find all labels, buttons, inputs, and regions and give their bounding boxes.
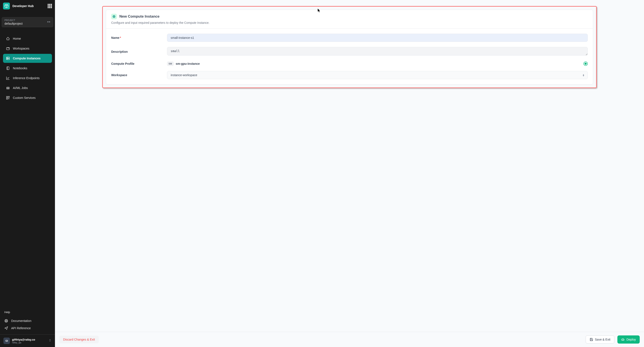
avatar: GI <box>4 338 10 344</box>
svg-rect-9 <box>8 96 10 97</box>
save-exit-button[interactable]: Save & Exit <box>586 336 614 344</box>
card-header: New Compute Instance Configure and input… <box>106 10 593 28</box>
svg-rect-13 <box>113 16 115 17</box>
form-body: Name* Description small Compute Profile <box>106 28 593 84</box>
svg-point-4 <box>7 59 8 59</box>
content: New Compute Instance Configure and input… <box>55 0 644 332</box>
send-icon <box>4 326 8 330</box>
workspace-select[interactable]: instance-workspace ▴▾ <box>167 71 588 79</box>
discard-button[interactable]: Discard Changes & Exit <box>59 336 99 343</box>
nav-label: Workspaces <box>13 47 30 50</box>
form-row-description: Description small <box>111 44 588 59</box>
footer: Discard Changes & Exit Save & Exit Deplo… <box>55 332 644 347</box>
svg-rect-5 <box>7 67 9 70</box>
sidebar-item-aiml-jobs[interactable]: AI/ML Jobs <box>3 83 52 92</box>
svg-point-12 <box>6 320 7 322</box>
profile-selector[interactable]: SM sm-gpu-instance <box>167 61 588 66</box>
description-input[interactable]: small <box>167 47 588 55</box>
project-selector[interactable]: PROJECT defaultproject <box>2 17 53 27</box>
nav-label: Compute Instances <box>13 57 40 60</box>
svg-rect-14 <box>114 16 114 17</box>
help-title: Help <box>4 311 51 314</box>
save-icon <box>590 338 593 341</box>
help-label: API Reference <box>11 327 31 330</box>
logo-wrap[interactable]: Developer Hub <box>3 2 34 9</box>
form-row-workspace: Workspace instance-workspace ▴▾ <box>111 68 588 82</box>
user-org: rafay_qa <box>12 341 46 344</box>
workspace-label: Workspace <box>111 73 167 77</box>
folder-icon <box>6 46 10 50</box>
sidebar-item-inference[interactable]: Inference Endpoints <box>3 73 52 83</box>
app-title: Developer Hub <box>12 4 34 8</box>
nav-label: Home <box>13 37 21 40</box>
profile-label: Compute Profile <box>111 62 167 65</box>
user-email: gifthiya@rafay.co <box>12 338 46 341</box>
name-input[interactable] <box>167 34 588 42</box>
home-icon <box>6 37 10 40</box>
help-label: Documentation <box>11 319 31 323</box>
card-title: New Compute Instance <box>119 14 160 19</box>
project-name: defaultproject <box>4 22 22 25</box>
grid-plus-icon <box>6 96 10 100</box>
svg-rect-8 <box>6 96 8 97</box>
sidebar-item-compute-instances[interactable]: Compute Instances <box>3 54 52 63</box>
chart-icon <box>6 76 10 80</box>
user-info: gifthiya@rafay.co rafay_qa <box>12 338 46 344</box>
description-label: Description <box>111 50 167 53</box>
help-section: Help Documentation API Reference <box>0 311 55 334</box>
profile-name: sm-gpu-instance <box>176 62 582 65</box>
highlight-box: New Compute Instance Configure and input… <box>102 6 597 88</box>
sidebar-item-home[interactable]: Home <box>3 34 52 43</box>
profile-badge: SM <box>167 61 174 66</box>
help-documentation[interactable]: Documentation <box>4 317 51 325</box>
check-circle-icon <box>584 61 588 66</box>
form-row-name: Name* <box>111 31 588 44</box>
svg-point-3 <box>7 57 8 58</box>
user-section[interactable]: GI gifthiya@rafay.co rafay_qa <box>0 334 55 347</box>
nav-label: Custom Services <box>13 96 36 99</box>
card-subtitle: Configure and input required parameters … <box>111 21 588 24</box>
chevron-up-down-icon: ▴▾ <box>583 74 584 76</box>
sidebar-item-notebooks[interactable]: Notebooks <box>3 64 52 73</box>
nav-label: Inference Endpoints <box>13 76 40 80</box>
main: New Compute Instance Configure and input… <box>55 0 644 347</box>
chevron-up-down-icon <box>48 339 52 343</box>
form-card: New Compute Instance Configure and input… <box>106 10 593 84</box>
project-label: PROJECT <box>4 19 22 21</box>
notebook-icon <box>6 66 10 70</box>
swap-icon <box>47 20 50 24</box>
sidebar-item-workspaces[interactable]: Workspaces <box>3 44 52 53</box>
lifebuoy-icon <box>4 319 8 323</box>
deploy-button[interactable]: Deploy <box>618 336 640 344</box>
cloud-upload-icon <box>621 338 625 341</box>
nav-label: Notebooks <box>13 66 27 70</box>
server-icon <box>6 56 10 60</box>
form-row-profile: Compute Profile SM sm-gpu-instance <box>111 59 588 68</box>
name-label: Name* <box>111 36 167 39</box>
sidebar-header: Developer Hub <box>0 0 55 12</box>
svg-rect-7 <box>7 88 9 89</box>
cpu-icon <box>111 14 117 19</box>
sidebar: Developer Hub PROJECT defaultproject Hom… <box>0 0 55 347</box>
workspace-value: instance-workspace <box>171 73 197 77</box>
svg-rect-6 <box>7 87 9 88</box>
jobs-icon <box>6 86 10 90</box>
nav-label: AI/ML Jobs <box>13 86 28 90</box>
apps-launcher-icon[interactable] <box>48 4 52 8</box>
nav: Home Workspaces Compute Instances Notebo… <box>0 34 55 311</box>
sidebar-item-custom-services[interactable]: Custom Services <box>3 93 52 102</box>
app-logo-icon <box>3 2 10 9</box>
svg-rect-10 <box>6 98 8 99</box>
help-api-reference[interactable]: API Reference <box>4 325 51 332</box>
